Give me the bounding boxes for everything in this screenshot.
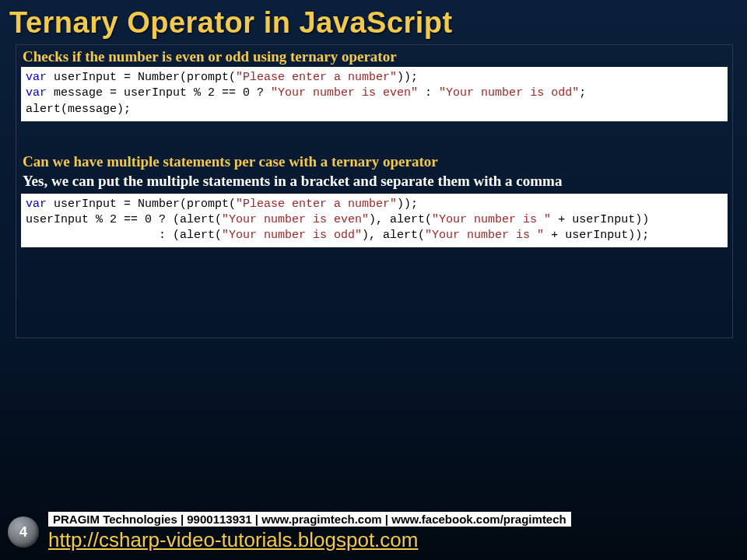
slide-title: Ternary Operator in JavaScript: [0, 0, 747, 40]
section2-body: Yes, we can put the multiple statements …: [21, 172, 728, 194]
slide-footer: 4 PRAGIM Technologies | 9900113931 | www…: [0, 507, 747, 560]
footer-link[interactable]: http://csharp-video-tutorials.blogspot.c…: [48, 528, 739, 552]
section1-heading: Checks if the number is even or odd usin…: [21, 47, 728, 67]
code-block-1: var userInput = Number(prompt("Please en…: [21, 67, 728, 121]
content-frame: Checks if the number is even or odd usin…: [16, 44, 733, 338]
code-block-2: var userInput = Number(prompt("Please en…: [21, 194, 728, 248]
section2-heading: Can we have multiple statements per case…: [21, 152, 728, 172]
footer-info: PRAGIM Technologies | 9900113931 | www.p…: [48, 512, 571, 527]
page-number-badge: 4: [8, 516, 39, 548]
